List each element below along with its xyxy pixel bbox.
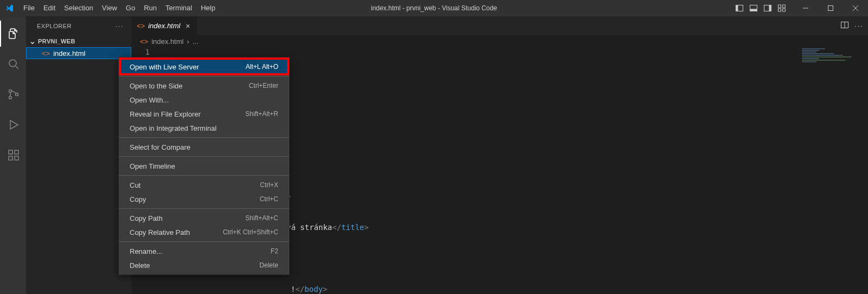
context-menu-item[interactable]: Copy PathShift+Alt+C [119,211,289,225]
toggle-secondary-sidebar-icon[interactable] [761,0,775,16]
breadcrumb-separator: › [187,37,189,46]
context-menu-separator [119,137,289,138]
editor-tab[interactable]: <> index.html × [131,16,198,35]
html-file-icon: <> [42,49,50,57]
close-tab-icon[interactable]: × [183,22,192,30]
minimap[interactable] [802,48,860,70]
context-menu-shortcut: Alt+L Alt+O [246,63,278,71]
svg-rect-20 [9,156,12,160]
menu-view[interactable]: View [98,0,122,16]
context-menu-item[interactable]: Rename...F2 [119,244,289,258]
html-file-icon: <> [140,37,148,46]
svg-point-18 [16,93,18,96]
context-menu-item[interactable]: CopyCtrl+C [119,192,289,206]
svg-rect-5 [769,5,771,11]
context-menu-label: Copy Path [130,214,163,222]
context-menu-shortcut: Shift+Alt+C [245,214,278,222]
sidebar-header: EXPLORER ··· [26,16,131,35]
context-menu-label: Delete [130,261,150,270]
svg-point-16 [9,90,12,93]
context-menu-shortcut: Ctrl+X [260,181,278,189]
context-menu-item[interactable]: Open to the SideCtrl+Enter [119,79,289,93]
svg-rect-6 [778,5,781,8]
context-menu-separator [119,208,289,209]
close-button[interactable] [843,0,868,16]
context-menu-label: Select for Compare [130,143,190,151]
file-tree-item[interactable]: <> index.html [26,47,131,59]
breadcrumb-file: index.html [151,37,183,46]
menu-selection[interactable]: Selection [60,0,97,16]
svg-rect-19 [9,150,12,154]
context-menu-shortcut: Ctrl+K Ctrl+Shift+C [223,228,278,236]
chevron-down-icon: ⌄ [28,37,37,46]
toggle-panel-icon[interactable] [746,0,761,16]
menu-file[interactable]: File [19,0,39,16]
context-menu-shortcut: Delete [259,261,278,269]
menu-terminal[interactable]: Terminal [161,0,196,16]
context-menu-item[interactable]: DeleteDelete [119,258,289,272]
window-title: index.html - prvni_web - Visual Studio C… [371,4,497,12]
svg-line-15 [16,66,18,69]
minimize-button[interactable] [793,0,818,16]
context-menu-label: Open Timeline [130,162,175,170]
context-menu-item[interactable]: Copy Relative PathCtrl+K Ctrl+Shift+C [119,225,289,239]
context-menu-label: Open with Live Server [130,63,199,71]
customize-layout-icon[interactable] [775,0,789,16]
window-controls [793,0,868,16]
svg-rect-8 [778,9,781,11]
context-menu-separator [119,175,289,176]
context-menu-item[interactable]: Open in Integrated Terminal [119,121,289,135]
folder-header[interactable]: ⌄ PRVNI_WEB [26,35,131,47]
html-file-icon: <> [137,22,145,30]
svg-point-17 [9,97,12,99]
line-gutter: 1 [131,47,159,57]
context-menu-separator [119,156,289,157]
context-menu-item[interactable]: Select for Compare [119,140,289,154]
context-menu-item[interactable]: Open With... [119,93,289,107]
sidebar-more-icon[interactable]: ··· [116,23,124,29]
context-menu-label: Open to the Side [130,82,183,90]
more-actions-icon[interactable]: ··· [854,22,864,30]
svg-rect-7 [783,5,786,8]
context-menu-item[interactable]: Open with Live ServerAlt+L Alt+O [119,60,289,74]
context-menu-label: Open With... [130,96,169,104]
svg-rect-22 [15,150,18,154]
context-menu-shortcut: Shift+Alt+R [245,110,278,118]
vscode-logo-icon [0,4,19,12]
folder-name: PRVNI_WEB [38,38,75,44]
source-control-activity-icon[interactable] [0,81,26,107]
context-menu-separator [119,241,289,242]
svg-rect-9 [783,9,786,11]
title-bar: FileEditSelectionViewGoRunTerminalHelp i… [0,0,868,16]
extensions-activity-icon[interactable] [0,142,26,168]
explorer-sidebar: EXPLORER ··· ⌄ PRVNI_WEB <> index.html [26,16,131,294]
context-menu-item[interactable]: Reveal in File ExplorerShift+Alt+R [119,107,289,121]
maximize-button[interactable] [818,0,843,16]
toggle-primary-sidebar-icon[interactable] [732,0,746,16]
context-menu-shortcut: Ctrl+C [260,195,278,203]
menu-bar: FileEditSelectionViewGoRunTerminalHelp [19,0,220,16]
activity-bar [0,16,26,294]
run-debug-activity-icon[interactable] [0,112,26,138]
layout-controls [732,0,789,16]
context-menu-separator [119,76,289,76]
menu-help[interactable]: Help [196,0,220,16]
explorer-activity-icon[interactable] [0,21,26,47]
svg-rect-3 [750,9,757,11]
context-menu-label: Copy Relative Path [130,228,190,237]
context-menu: Open with Live ServerAlt+L Alt+OOpen to … [118,57,290,275]
context-menu-item[interactable]: Open Timeline [119,159,289,173]
menu-run[interactable]: Run [139,0,161,16]
search-activity-icon[interactable] [0,51,26,77]
svg-rect-1 [736,5,738,11]
split-editor-icon[interactable] [840,21,849,31]
menu-go[interactable]: Go [122,0,139,16]
editor-tabs: <> index.html × ··· [131,16,868,35]
context-menu-label: Rename... [130,247,162,255]
context-menu-label: Copy [130,195,146,203]
menu-edit[interactable]: Edit [39,0,60,16]
tab-label: index.html [148,22,180,30]
context-menu-item[interactable]: CutCtrl+X [119,178,289,192]
breadcrumb[interactable]: <> index.html › ... [131,35,868,47]
file-name: index.html [53,49,85,57]
